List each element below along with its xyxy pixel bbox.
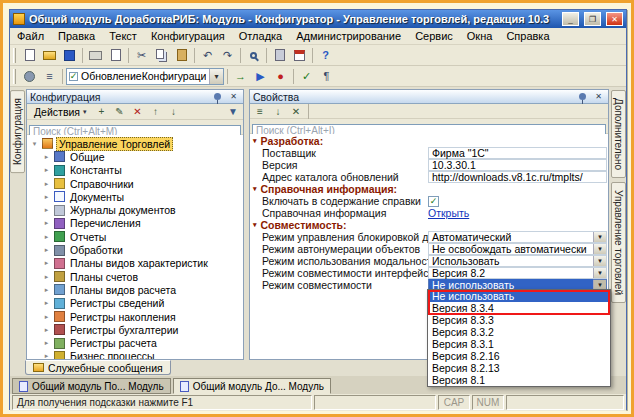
- dropdown-item-2[interactable]: Версия 8.3.3: [428, 314, 610, 326]
- properties-panel-header[interactable]: Свойства ✕: [250, 90, 608, 104]
- window-tab-0[interactable]: Общий модуль По... Модуль: [12, 378, 171, 394]
- tree-row[interactable]: ▸Планы видов характеристик: [27, 257, 243, 270]
- tree-row[interactable]: ▾Управление Торговлей: [27, 137, 243, 150]
- tree-row[interactable]: ▸Журналы документов: [27, 203, 243, 216]
- redo-button[interactable]: ↷: [218, 46, 237, 64]
- actions-button[interactable]: Действия ▾: [29, 105, 92, 119]
- checkbox[interactable]: ✓: [428, 196, 439, 207]
- tree-row[interactable]: ▸Перечисления: [27, 217, 243, 230]
- configuration-panel-header[interactable]: Конфигурация ✕: [27, 90, 243, 104]
- property-value[interactable]: Версия 8.2▾: [428, 267, 607, 279]
- expand-icon[interactable]: ▸: [42, 273, 51, 281]
- pin-icon[interactable]: [211, 91, 224, 103]
- dropdown-item-1[interactable]: Версия 8.3.4: [428, 302, 610, 314]
- tree-row[interactable]: ▸Регистры накопления: [27, 310, 243, 323]
- combo-arrow-icon[interactable]: ▾: [593, 232, 606, 242]
- expand-icon[interactable]: ▸: [42, 180, 51, 188]
- menu-item-6[interactable]: Сервис: [408, 29, 460, 43]
- property-value[interactable]: http://downloads.v8.1c.ru/tmplts/: [428, 171, 607, 183]
- toolbar-grip[interactable]: [13, 48, 16, 63]
- filter-button[interactable]: ▼: [225, 105, 241, 119]
- syntax-check-button[interactable]: ✓: [297, 67, 316, 85]
- expand-icon[interactable]: ▸: [42, 259, 51, 267]
- tree-row[interactable]: ▸Общие: [27, 150, 243, 163]
- move-up-button[interactable]: ↑: [148, 105, 164, 119]
- paste-button[interactable]: [172, 46, 191, 64]
- save-button[interactable]: [60, 46, 79, 64]
- print-button[interactable]: [86, 46, 105, 64]
- tree-row[interactable]: ▸Документы: [27, 190, 243, 203]
- dropdown-item-3[interactable]: Версия 8.3.2: [428, 326, 610, 338]
- chevron-down-icon[interactable]: ▾: [209, 69, 223, 84]
- cut-button[interactable]: ✂: [132, 46, 151, 64]
- clear-button[interactable]: ✕: [288, 104, 304, 118]
- copy-button[interactable]: [152, 46, 171, 64]
- title-bar[interactable]: Общий модуль ДоработкаРИБ: Модуль - Конф…: [10, 10, 626, 28]
- menu-item-7[interactable]: Окна: [460, 29, 500, 43]
- calendar-button[interactable]: [290, 46, 309, 64]
- property-value[interactable]: 10.3.30.1: [428, 159, 607, 171]
- menu-item-4[interactable]: Отладка: [232, 29, 289, 43]
- section-header[interactable]: ▾Совместимость:: [250, 219, 608, 231]
- property-value[interactable]: Использовать▾: [428, 255, 607, 267]
- section-header[interactable]: ▾Разработка:: [250, 135, 608, 147]
- tree-row[interactable]: ▸Регистры расчета: [27, 336, 243, 349]
- window-tab-1[interactable]: Общий модуль До... Модуль: [173, 378, 331, 394]
- right-tab-1[interactable]: Управление торговлей: [611, 182, 626, 303]
- expand-icon[interactable]: ▸: [42, 339, 51, 347]
- edit-item-button[interactable]: ✎: [112, 105, 128, 119]
- dropdown-item-0[interactable]: Не использовать: [428, 290, 610, 302]
- tree-row[interactable]: ▸Бизнес процессы: [27, 350, 243, 359]
- dropdown-item-5[interactable]: Версия 8.2.16: [428, 350, 610, 362]
- property-value[interactable]: Не освобождать автоматически▾: [428, 243, 607, 255]
- module-selector-combo[interactable]: ✓ ОбновлениеКонфигурации ▾: [66, 68, 224, 85]
- procedures-list-button[interactable]: ≡: [40, 67, 59, 85]
- open-button[interactable]: [40, 46, 59, 64]
- expand-icon[interactable]: ▸: [42, 246, 51, 254]
- close-button[interactable]: ✕: [606, 12, 623, 26]
- print-preview-button[interactable]: [106, 46, 125, 64]
- start-debug-button[interactable]: ▶: [251, 67, 270, 85]
- tree-row[interactable]: ▸Регистры бухгалтерии: [27, 323, 243, 336]
- expand-icon[interactable]: ▸: [42, 286, 51, 294]
- help-button[interactable]: ?: [316, 46, 335, 64]
- close-panel-icon[interactable]: ✕: [227, 91, 240, 103]
- property-value[interactable]: Фирма "1С": [428, 147, 607, 159]
- menu-item-8[interactable]: Справка: [499, 29, 556, 43]
- tree-row[interactable]: ▸Константы: [27, 164, 243, 177]
- sort-button[interactable]: ↓: [270, 104, 286, 118]
- move-down-button[interactable]: ↓: [166, 105, 182, 119]
- expand-icon[interactable]: ▸: [42, 153, 51, 161]
- toolbar-grip[interactable]: [13, 69, 16, 84]
- expand-icon[interactable]: ▸: [42, 166, 51, 174]
- expand-icon[interactable]: ▸: [42, 299, 51, 307]
- module-settings-button[interactable]: [20, 67, 39, 85]
- expand-icon[interactable]: ▸: [42, 233, 51, 241]
- combo-arrow-icon[interactable]: ▾: [593, 268, 606, 278]
- expand-icon[interactable]: ▸: [42, 193, 51, 201]
- tree-row[interactable]: ▸Планы видов расчета: [27, 283, 243, 296]
- pin-icon[interactable]: [576, 91, 589, 103]
- section-header[interactable]: ▾Справочная информация:: [250, 183, 608, 195]
- dropdown-item-4[interactable]: Версия 8.3.1: [428, 338, 610, 350]
- tree-row[interactable]: ▸Справочники: [27, 177, 243, 190]
- calculator-button[interactable]: [270, 46, 289, 64]
- combo-arrow-icon[interactable]: ▾: [593, 256, 606, 266]
- service-messages-tab[interactable]: Служебные сообщения: [25, 360, 171, 375]
- add-item-button[interactable]: +: [94, 105, 110, 119]
- menu-item-2[interactable]: Текст: [102, 29, 144, 43]
- menu-item-0[interactable]: Файл: [10, 29, 51, 43]
- menu-item-1[interactable]: Правка: [51, 29, 102, 43]
- close-panel-icon[interactable]: ✕: [592, 91, 605, 103]
- property-value[interactable]: Автоматический▾: [428, 231, 607, 243]
- minimize-button[interactable]: _: [562, 12, 579, 26]
- breakpoint-button[interactable]: ●: [271, 67, 290, 85]
- format-button[interactable]: ¶: [317, 67, 336, 85]
- combo-arrow-icon[interactable]: ▾: [593, 244, 606, 254]
- find-button[interactable]: [244, 46, 263, 64]
- expand-icon[interactable]: ▸: [42, 352, 51, 359]
- open-link[interactable]: Открыть: [428, 207, 469, 219]
- expand-icon[interactable]: ▾: [30, 140, 39, 148]
- maximize-button[interactable]: ❐: [584, 12, 601, 26]
- goto-definition-button[interactable]: →: [231, 67, 250, 85]
